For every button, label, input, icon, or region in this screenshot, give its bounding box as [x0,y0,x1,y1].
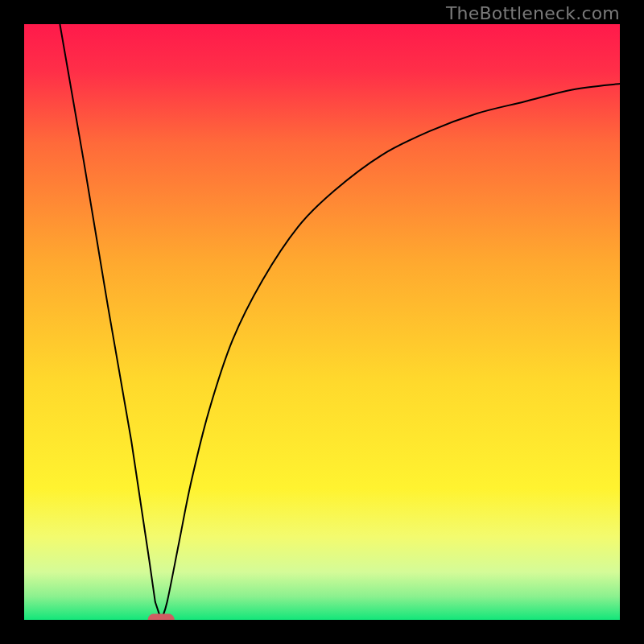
chart-frame: TheBottleneck.com [0,0,644,644]
optimal-marker [148,614,175,620]
chart-background [24,24,620,620]
attribution-label: TheBottleneck.com [446,3,620,23]
chart-plot [24,24,620,620]
